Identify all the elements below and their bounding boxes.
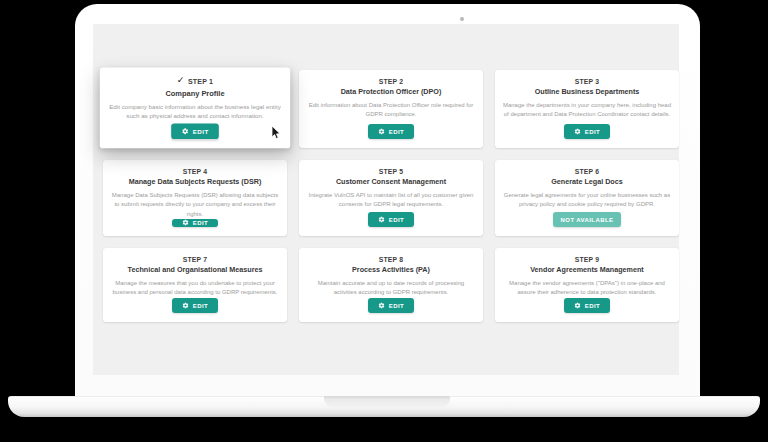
webcam-dot-icon bbox=[460, 17, 464, 21]
steps-grid: ✓STEP 1 Company Profile Edit company bas… bbox=[103, 70, 679, 322]
step-number: STEP 2 bbox=[379, 78, 404, 85]
step-label: STEP 3 bbox=[575, 78, 600, 85]
gear-icon bbox=[182, 302, 189, 309]
card-title: Technical and Organisational Measures bbox=[128, 265, 263, 274]
card-title: Data Protection Officer (DPO) bbox=[341, 87, 442, 96]
step-label: STEP 9 bbox=[575, 256, 600, 263]
card-description: Manage Data Subjects Requests (DSR) allo… bbox=[109, 191, 281, 219]
card-description: Edit company basic information about the… bbox=[106, 103, 284, 122]
step-number: STEP 9 bbox=[575, 256, 600, 263]
card-title: Manage Data Subjects Requests (DSR) bbox=[129, 177, 262, 186]
button-label: EDIT bbox=[193, 128, 209, 134]
laptop-notch bbox=[324, 396, 450, 408]
card-title: Process Activities (PA) bbox=[352, 265, 430, 274]
step-number: STEP 8 bbox=[379, 256, 404, 263]
step-label: STEP 5 bbox=[379, 168, 404, 175]
button-label: EDIT bbox=[193, 303, 208, 309]
step-label: STEP 8 bbox=[379, 256, 404, 263]
card-description: Manage the vendor agreements ("DPAs") in… bbox=[501, 279, 673, 298]
button-label: NOT AVAILABLE bbox=[561, 217, 614, 223]
edit-button-step-1[interactable]: EDIT bbox=[171, 123, 219, 139]
gear-icon bbox=[181, 128, 188, 135]
step-card-1: ✓STEP 1 Company Profile Edit company bas… bbox=[100, 68, 290, 149]
step-card-6: STEP 6 Generate Legal Docs Generate lega… bbox=[495, 160, 679, 236]
step-label: STEP 7 bbox=[183, 256, 208, 263]
edit-button-step-2[interactable]: EDIT bbox=[368, 124, 414, 139]
gear-icon bbox=[182, 219, 189, 226]
button-label: EDIT bbox=[585, 303, 600, 309]
step-number: STEP 3 bbox=[575, 78, 600, 85]
not-available-button[interactable]: NOT AVAILABLE bbox=[553, 212, 622, 227]
button-label: EDIT bbox=[193, 220, 208, 226]
gear-icon bbox=[574, 302, 581, 309]
edit-button-step-9[interactable]: EDIT bbox=[564, 298, 610, 313]
check-icon: ✓ bbox=[177, 75, 185, 85]
card-title: Company Profile bbox=[165, 88, 224, 97]
button-label: EDIT bbox=[585, 129, 600, 135]
card-title: Generate Legal Docs bbox=[551, 177, 623, 186]
step-card-9: STEP 9 Vendor Agreements Management Mana… bbox=[495, 248, 679, 322]
card-description: Manage the departments in your company h… bbox=[501, 101, 673, 120]
gear-icon bbox=[378, 128, 385, 135]
step-card-8: STEP 8 Process Activities (PA) Maintain … bbox=[299, 248, 483, 322]
card-description: Manage the measures that you do undertak… bbox=[109, 279, 281, 298]
step-number: STEP 4 bbox=[183, 168, 208, 175]
step-label: STEP 4 bbox=[183, 168, 208, 175]
gear-icon bbox=[378, 216, 385, 223]
gear-icon bbox=[378, 302, 385, 309]
edit-button-step-8[interactable]: EDIT bbox=[368, 298, 414, 313]
step-card-2: STEP 2 Data Protection Officer (DPO) Edi… bbox=[299, 70, 483, 148]
step-number: STEP 1 bbox=[188, 77, 213, 84]
card-description: Edit information about Data Protection O… bbox=[305, 101, 477, 120]
card-title: Vendor Agreements Management bbox=[530, 265, 644, 274]
card-description: Maintain accurate and up to date records… bbox=[305, 279, 477, 298]
step-label: ✓STEP 1 bbox=[177, 76, 213, 86]
button-label: EDIT bbox=[389, 217, 404, 223]
gear-icon bbox=[574, 128, 581, 135]
edit-button-step-5[interactable]: EDIT bbox=[368, 212, 414, 227]
card-description: Generate legal agreements for your onlin… bbox=[501, 191, 673, 210]
step-card-3: STEP 3 Outline Business Departments Mana… bbox=[495, 70, 679, 148]
step-card-7: STEP 7 Technical and Organisational Meas… bbox=[103, 248, 287, 322]
edit-button-step-7[interactable]: EDIT bbox=[172, 298, 218, 313]
edit-button-step-3[interactable]: EDIT bbox=[564, 124, 610, 139]
button-label: EDIT bbox=[389, 129, 404, 135]
button-label: EDIT bbox=[389, 303, 404, 309]
card-title: Outline Business Departments bbox=[535, 87, 640, 96]
step-number: STEP 7 bbox=[183, 256, 208, 263]
card-description: Integrate VulnOS API to maintain list of… bbox=[305, 191, 477, 210]
step-card-5: STEP 5 Customer Consent Management Integ… bbox=[299, 160, 483, 236]
step-card-4: STEP 4 Manage Data Subjects Requests (DS… bbox=[103, 160, 287, 236]
step-number: STEP 6 bbox=[575, 168, 600, 175]
step-label: STEP 6 bbox=[575, 168, 600, 175]
step-label: STEP 2 bbox=[379, 78, 404, 85]
edit-button-step-4[interactable]: EDIT bbox=[172, 219, 218, 227]
mouse-cursor-icon bbox=[271, 126, 282, 140]
step-number: STEP 5 bbox=[379, 168, 404, 175]
card-title: Customer Consent Management bbox=[336, 177, 446, 186]
